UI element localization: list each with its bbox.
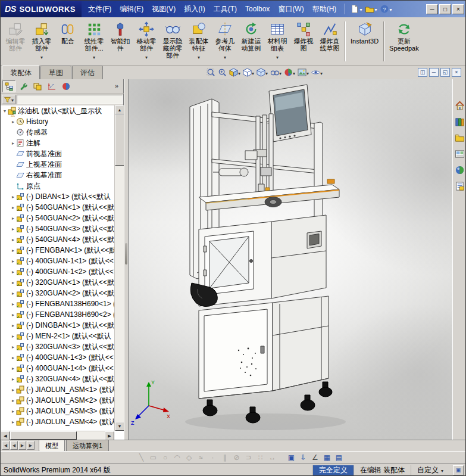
next-tab-button[interactable]: ▶ xyxy=(18,441,26,450)
measure-icon[interactable]: ∠ xyxy=(310,452,320,462)
filter-funnel-button[interactable] xyxy=(2,95,15,104)
new-document-button[interactable] xyxy=(349,4,362,14)
scrollbar-thumb[interactable] xyxy=(10,431,77,440)
tree-item[interactable]: (-) 320GUAN<3> (默认<<默 xyxy=(1,341,114,352)
tab-assembly[interactable]: 装配体 xyxy=(2,66,40,79)
bill-of-materials-button[interactable]: 材料明 细表 xyxy=(264,18,290,64)
file-explorer-button[interactable] xyxy=(454,132,466,144)
panel-splitter[interactable] xyxy=(124,79,129,440)
hide-show-items-button[interactable] xyxy=(270,67,282,77)
first-tab-button[interactable]: ◀ xyxy=(2,441,10,450)
sketch-polygon-icon[interactable]: ◇ xyxy=(184,452,194,462)
tree-item[interactable]: (-) MEN-2<1> (默认<<默认 xyxy=(1,331,114,341)
assembly-3d-model[interactable]: Y X Z xyxy=(129,79,452,440)
tree-horizontal-scrollbar[interactable] xyxy=(1,431,114,440)
menu-item[interactable]: Toolbox xyxy=(241,1,274,17)
mate-button[interactable]: 配合 xyxy=(55,18,81,64)
tree-item[interactable]: (-) 400GUAN-1<4> (默认<< xyxy=(1,363,114,374)
doc-minimize-button[interactable]: ─ xyxy=(429,68,439,77)
tree-item[interactable]: 涂油机 (默认<默认_显示状 xyxy=(1,105,114,116)
maximize-button[interactable]: □ xyxy=(439,4,451,14)
minimize-button[interactable]: ─ xyxy=(426,4,438,14)
menu-item[interactable]: 视图(V) xyxy=(148,1,180,17)
menu-item[interactable]: 窗口(W) xyxy=(274,1,308,17)
quick-tips-icon[interactable]: ▣ xyxy=(453,465,464,475)
sketch-line-icon[interactable]: ╲ xyxy=(136,452,146,462)
insert-components-button[interactable]: 插入零 部件 xyxy=(29,18,55,64)
help-button[interactable] xyxy=(379,4,392,14)
tree-item[interactable]: 上视基准面 xyxy=(1,159,114,170)
tree-item[interactable]: 前视基准面 xyxy=(1,148,114,159)
view-settings-button[interactable] xyxy=(311,67,323,77)
tree-item[interactable]: (-) JIAOLUN_ASM<2> (默认 xyxy=(1,395,114,406)
definition-status[interactable]: 完全定义 xyxy=(312,465,354,475)
tree-item[interactable]: (-) 320GUAN<2> (默认<<默 xyxy=(1,288,114,298)
tree-item[interactable]: 传感器 xyxy=(1,127,114,138)
sketch-pattern-icon[interactable]: ∷ xyxy=(255,452,265,462)
sketch-point-icon[interactable]: ∙ xyxy=(208,452,218,462)
normal-to-icon[interactable]: ⇩ xyxy=(298,452,308,462)
tree-item[interactable]: (-) JIAOLUN_ASM<1> (默认 xyxy=(1,384,114,395)
custom-properties-button[interactable] xyxy=(454,180,466,192)
tree-item[interactable]: (-) FENGBAN138H690<1> ( xyxy=(1,298,114,309)
sketch-dimension-icon[interactable]: ↔ xyxy=(267,452,277,462)
menu-item[interactable]: 工具(T) xyxy=(209,1,241,17)
tree-item[interactable]: (-) 320GUAN<4> (默认<<默 xyxy=(1,374,114,384)
exploded-view-button[interactable]: 爆炸视 图 xyxy=(290,18,317,64)
displaymanager-tab[interactable] xyxy=(60,80,73,92)
tree-item[interactable]: (-) 320GUAN<1> (默认<<默 xyxy=(1,277,114,288)
propertymanager-tab[interactable] xyxy=(17,80,30,92)
sketch-circle-icon[interactable]: ○ xyxy=(160,452,170,462)
menu-item[interactable]: 帮助(H) xyxy=(308,1,341,17)
tree-item[interactable]: 注解 xyxy=(1,138,114,148)
tree-item[interactable]: (-) 400GUAN-1<1> (默认<< xyxy=(1,256,114,266)
customize-menu[interactable]: 自定义 xyxy=(411,465,449,475)
tree-item[interactable]: 原点 xyxy=(1,181,114,191)
sketch-mirror-icon[interactable]: ∥ xyxy=(220,452,230,462)
appearances-scenes-button[interactable] xyxy=(454,164,466,176)
assembly-features-button[interactable]: 装配体 特征 xyxy=(186,18,212,64)
instant3d-button[interactable]: Instant3D xyxy=(348,18,381,64)
zoom-to-fit-button[interactable] xyxy=(206,67,216,77)
move-component-button[interactable]: 移动零 部件 xyxy=(133,18,159,64)
menu-item[interactable]: 编辑(E) xyxy=(115,1,148,17)
graphics-area[interactable]: Y X Z xyxy=(129,79,452,440)
view-cube-icon[interactable]: ▣ xyxy=(286,452,296,462)
tab-sketch[interactable]: 草图 xyxy=(40,66,71,79)
previous-tab-button[interactable]: ◀ xyxy=(10,441,18,450)
tree-item[interactable]: (-) FENGBAN138H690<2> ( xyxy=(1,309,114,320)
sketch-trim-icon[interactable]: ⊘ xyxy=(232,452,242,462)
solidworks-resources-button[interactable] xyxy=(454,99,466,111)
edit-component-button[interactable]: 编辑零 部件 xyxy=(2,18,29,64)
tree-item[interactable]: (-) 540GUAN<1> (默认<<默 xyxy=(1,202,114,213)
sketch-offset-icon[interactable]: ⊃ xyxy=(243,452,254,462)
table-icon[interactable]: ▦ xyxy=(322,452,332,462)
menu-item[interactable]: 文件(F) xyxy=(84,1,115,17)
configurationmanager-tab[interactable] xyxy=(31,80,44,92)
linear-component-pattern-button[interactable]: 线性零 部件... xyxy=(81,18,107,64)
tree-item[interactable]: (-) 540GUAN<3> (默认<<默 xyxy=(1,223,114,234)
sketch-rectangle-icon[interactable]: ▭ xyxy=(148,452,158,462)
view-orientation-button[interactable] xyxy=(242,67,255,77)
tree-item[interactable]: (-) 540GUAN<2> (默认<<默 xyxy=(1,213,114,223)
filter-field[interactable] xyxy=(17,95,123,104)
splitter-grip[interactable] xyxy=(125,243,127,265)
tree-item[interactable]: (-) 400GUAN-1<2> (默认<< xyxy=(1,266,114,277)
tree-item[interactable]: (-) DINGBAN<1> (默认<<默 xyxy=(1,320,114,331)
explode-line-sketch-button[interactable]: 爆炸直 线草图 xyxy=(317,18,343,64)
tree-vertical-scrollbar[interactable] xyxy=(114,105,124,431)
tree-item[interactable]: 右视基准面 xyxy=(1,170,114,181)
tree-item[interactable]: (-) 400GUAN-1<3> (默认<< xyxy=(1,352,114,363)
panel-chevron-icon[interactable] xyxy=(112,82,121,91)
editing-status[interactable]: 在编辑 装配体 xyxy=(354,465,411,475)
tree-item[interactable]: (-) 540GUAN<4> (默认<<默 xyxy=(1,234,114,245)
section-view-button[interactable] xyxy=(229,67,241,77)
update-speedpak-button[interactable]: 更新 Speedpak xyxy=(386,18,422,64)
scrollbar-thumb[interactable] xyxy=(115,114,124,166)
doc-restore-button[interactable]: ◱ xyxy=(440,68,450,77)
tree-item[interactable]: (-) JIAOLUN_ASM<3> (默认 xyxy=(1,406,114,416)
spreadsheet-icon[interactable]: ▤ xyxy=(334,452,344,462)
tree-item[interactable]: (-) JIAOLUN_ASM<4> (默认 xyxy=(1,416,114,427)
sketch-spline-icon[interactable]: ≈ xyxy=(196,452,206,462)
tree-item[interactable]: (-) DIBAN<1> (默认<<默认 xyxy=(1,191,114,202)
